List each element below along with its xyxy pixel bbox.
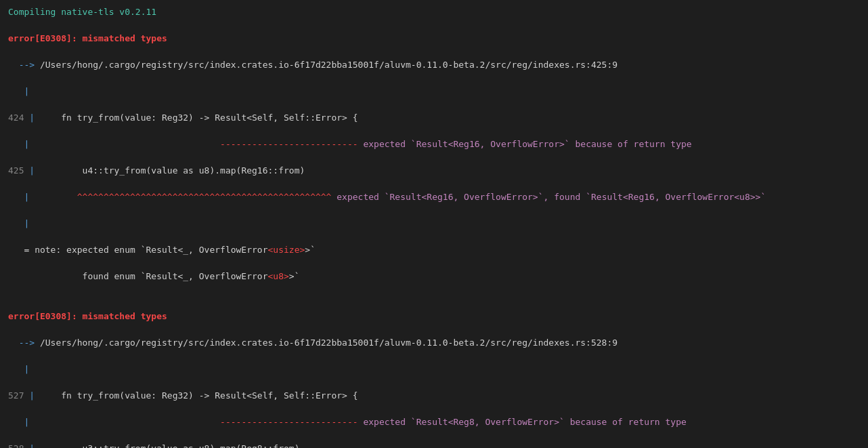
linenum-528: 528 [8,443,24,449]
linenum-425: 425 [8,165,24,176]
arrow-1: --> [8,60,40,70]
error-header-1: error[E0308]: mismatched types [8,33,167,43]
error-header-2: error[E0308]: mismatched types [8,311,167,321]
linenum-424: 424 [8,113,24,123]
arrow-2: --> [8,338,40,348]
pipe-1a: | [8,86,29,96]
path-1: /Users/hong/.cargo/registry/src/index.cr… [40,60,617,70]
terminal-output: Compiling native-tls v0.2.11 error[E0308… [8,5,860,448]
path-2: /Users/hong/.cargo/registry/src/index.cr… [40,338,617,348]
compiling-line: Compiling native-tls v0.2.11 [8,7,156,17]
linenum-527: 527 [8,390,24,401]
